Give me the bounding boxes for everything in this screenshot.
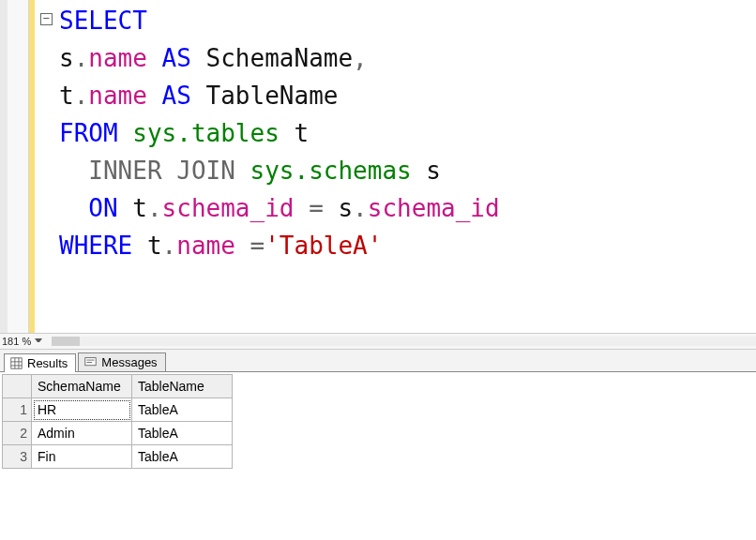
table-row[interactable]: 1 HR TableA	[3, 398, 233, 422]
collapse-icon[interactable]: −	[40, 13, 53, 25]
svg-rect-5	[85, 358, 96, 366]
row-number[interactable]: 3	[3, 445, 32, 469]
cell[interactable]: Fin	[32, 445, 132, 469]
cell[interactable]: TableA	[132, 445, 233, 469]
messages-icon	[84, 356, 97, 368]
row-number[interactable]: 2	[3, 422, 32, 445]
scroll-thumb[interactable]	[52, 337, 80, 346]
header-row: SchemaName TableName	[3, 375, 233, 398]
sql-editor[interactable]: − SELECT s.name AS SchemaName, t.name AS…	[0, 0, 756, 333]
tab-messages-label: Messages	[101, 355, 157, 369]
kw-select: SELECT	[59, 7, 147, 35]
cell[interactable]: HR	[32, 398, 132, 422]
tab-results-label: Results	[27, 356, 68, 370]
col-header[interactable]: SchemaName	[32, 375, 132, 398]
cell[interactable]: TableA	[132, 398, 233, 422]
zoom-dropdown-icon[interactable]	[35, 338, 42, 344]
tab-results[interactable]: Results	[4, 353, 76, 372]
cell[interactable]: TableA	[132, 422, 233, 445]
col-header[interactable]: TableName	[132, 375, 233, 398]
cell[interactable]: Admin	[32, 422, 132, 445]
tab-messages[interactable]: Messages	[78, 352, 165, 371]
zoom-value[interactable]: 181 %	[2, 336, 31, 347]
editor-hscroll[interactable]	[52, 337, 756, 346]
editor-margin	[0, 0, 8, 333]
zoom-bar: 181 %	[0, 333, 756, 350]
results-tabs: Results Messages	[0, 350, 756, 372]
svg-rect-0	[11, 358, 22, 368]
results-grid[interactable]: SchemaName TableName 1 HR TableA 2 Admin…	[0, 372, 756, 469]
grid-icon	[10, 357, 23, 369]
table-row[interactable]: 2 Admin TableA	[3, 422, 233, 445]
row-number[interactable]: 1	[3, 398, 32, 422]
outline-column[interactable]: −	[35, 0, 57, 333]
table-row[interactable]: 3 Fin TableA	[3, 445, 233, 469]
editor-gutter	[8, 0, 29, 333]
sql-code[interactable]: SELECT s.name AS SchemaName, t.name AS T…	[57, 0, 500, 333]
corner-cell	[3, 375, 32, 398]
